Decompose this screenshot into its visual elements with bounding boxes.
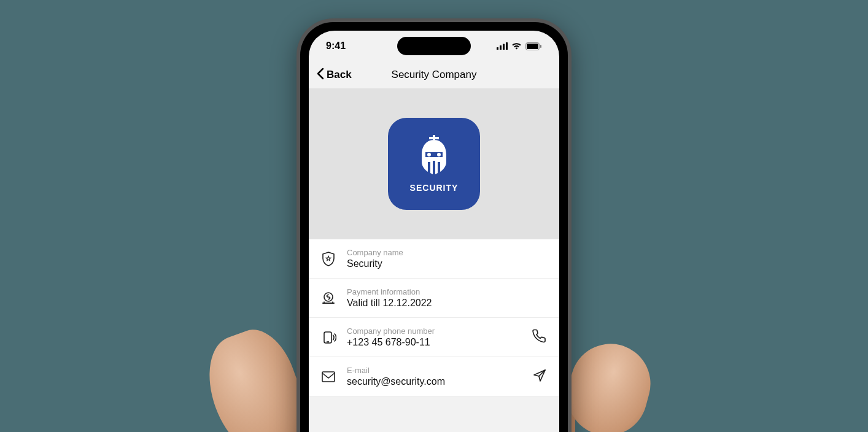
svg-rect-14: [322, 372, 335, 382]
phone-handset-icon: [532, 329, 547, 346]
phone-label: Company phone number: [347, 326, 521, 336]
company-name-row: Company name Security: [309, 239, 559, 279]
company-name-label: Company name: [347, 248, 548, 257]
phone-screen: 9:41: [309, 31, 559, 432]
send-email-button[interactable]: [531, 368, 548, 385]
phone-vibrate-icon: [320, 330, 337, 345]
cellular-signal-icon: [497, 42, 508, 50]
svg-rect-6: [540, 45, 541, 48]
call-button[interactable]: [531, 329, 548, 346]
email-label: E-mail: [347, 366, 521, 375]
svg-rect-2: [503, 44, 505, 50]
company-logo-area: SECURITY: [309, 88, 559, 239]
dynamic-island: [397, 37, 471, 55]
payment-info-row: Payment information Valid till 12.12.202…: [309, 279, 559, 318]
back-button[interactable]: Back: [316, 68, 352, 83]
back-label: Back: [327, 69, 352, 81]
chevron-left-icon: [316, 68, 324, 83]
phone-frame: 9:41: [296, 18, 572, 432]
payment-info-label: Payment information: [347, 287, 548, 296]
coin-slot-icon: [320, 291, 337, 306]
company-logo-label: SECURITY: [410, 183, 459, 193]
svg-point-10: [427, 153, 431, 156]
svg-rect-8: [429, 137, 439, 139]
svg-rect-5: [527, 44, 538, 49]
company-details-list: Company name Security Payment informatio…: [309, 239, 559, 396]
svg-rect-1: [500, 45, 502, 50]
page-title: Security Company: [392, 69, 477, 81]
email-row: E-mail security@security.com: [309, 357, 559, 396]
payment-info-value: Valid till 12.12.2022: [347, 298, 548, 309]
paper-plane-icon: [532, 368, 547, 385]
battery-icon: [525, 42, 542, 50]
email-value: security@security.com: [347, 376, 521, 387]
phone-value: +123 45 678-90-11: [347, 337, 521, 348]
nav-bar: Back Security Company: [309, 61, 559, 88]
status-time: 9:41: [326, 40, 346, 52]
svg-rect-0: [497, 47, 498, 50]
shield-star-icon: [320, 251, 337, 267]
company-logo-tile: SECURITY: [388, 118, 480, 210]
phone-row: Company phone number +123 45 678-90-11: [309, 318, 559, 357]
helmet-icon: [417, 135, 451, 178]
company-name-value: Security: [347, 258, 548, 269]
envelope-icon: [320, 371, 337, 383]
wifi-icon: [511, 42, 522, 50]
svg-point-11: [437, 153, 441, 156]
svg-rect-3: [506, 42, 508, 50]
